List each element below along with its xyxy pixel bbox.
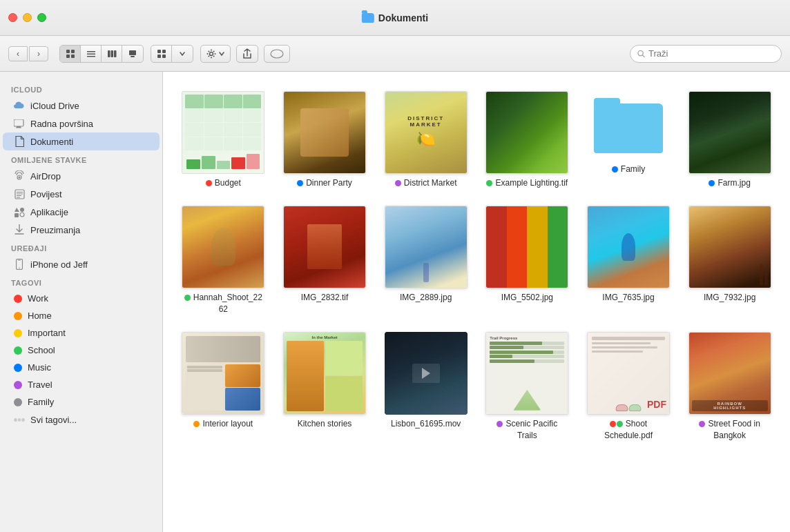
svg-line-27 bbox=[642, 55, 644, 57]
svg-rect-12 bbox=[157, 50, 161, 53]
desktop-icon bbox=[14, 118, 25, 129]
music-tag-dot bbox=[14, 364, 22, 372]
sidebar-item-school[interactable]: School bbox=[3, 342, 160, 359]
view-columns-button[interactable] bbox=[102, 46, 122, 62]
sidebar-item-music[interactable]: Music bbox=[3, 359, 160, 376]
chevron-down-icon bbox=[180, 51, 185, 57]
svg-point-43 bbox=[19, 268, 20, 269]
file-thumb-street-food: RAINBOWHIGHLIGHTS bbox=[688, 332, 771, 415]
sidebar-item-povijest[interactable]: Povijest bbox=[3, 185, 160, 203]
file-item-farm[interactable]: Farm.jpg bbox=[680, 86, 779, 195]
forward-button[interactable]: › bbox=[29, 46, 48, 61]
svg-rect-4 bbox=[87, 51, 95, 52]
sidebar-item-family[interactable]: Family bbox=[3, 393, 160, 411]
sidebar-item-iphone[interactable]: iPhone od Jeff bbox=[3, 255, 160, 273]
file-item-example-lighting[interactable]: Example Lighting.tif bbox=[478, 86, 577, 195]
sidebar-item-home[interactable]: Home bbox=[3, 307, 160, 324]
file-item-lisbon-mov[interactable]: Lisbon_61695.mov bbox=[376, 326, 475, 447]
documents-icon bbox=[14, 136, 25, 147]
file-item-district-market[interactable]: DISTRICTMARKET 🍋 District Market bbox=[376, 86, 475, 195]
search-bar[interactable] bbox=[630, 45, 782, 63]
svg-rect-9 bbox=[114, 50, 117, 57]
tag-button[interactable] bbox=[264, 45, 290, 63]
file-item-street-food[interactable]: RAINBOWHIGHLIGHTS Street Food in Bangkok bbox=[680, 326, 779, 447]
file-label-img5502: IMG_5502.jpg bbox=[501, 293, 553, 304]
sidebar-item-important[interactable]: Important bbox=[3, 324, 160, 342]
scenic-tag bbox=[497, 421, 503, 427]
sidebar-label-music: Music bbox=[28, 362, 51, 373]
view-cover-button[interactable] bbox=[122, 46, 143, 62]
sidebar-item-dokumenti[interactable]: Dokumenti bbox=[3, 132, 160, 150]
sidebar-item-aplikacije[interactable]: Aplikacije bbox=[3, 203, 160, 221]
sidebar-item-preuzimanja[interactable]: Preuzimanja bbox=[3, 221, 160, 239]
file-item-family-folder[interactable]: Family bbox=[579, 86, 678, 195]
sidebar-item-icloud-drive[interactable]: iCloud Drive bbox=[3, 97, 160, 115]
sidebar-item-travel[interactable]: Travel bbox=[3, 376, 160, 393]
svg-rect-1 bbox=[71, 50, 75, 53]
grid-size-button-group bbox=[151, 45, 193, 63]
minimize-button[interactable] bbox=[23, 13, 32, 22]
svg-rect-0 bbox=[66, 50, 70, 53]
sidebar-item-work[interactable]: Work bbox=[3, 290, 160, 307]
svg-point-25 bbox=[271, 50, 283, 58]
file-item-img2889[interactable]: IMG_2889.jpg bbox=[376, 200, 475, 321]
view-icon-button[interactable] bbox=[60, 46, 81, 62]
svg-point-16 bbox=[210, 52, 213, 55]
file-thumb-shoot-schedule: PDF bbox=[587, 332, 670, 415]
svg-rect-6 bbox=[87, 56, 95, 57]
sidebar-label-povijest: Povijest bbox=[30, 189, 62, 199]
back-button[interactable]: ‹ bbox=[8, 46, 28, 61]
sidebar-label-preuzimanja: Preuzimanja bbox=[30, 225, 80, 235]
file-item-budget[interactable]: Budget bbox=[174, 86, 273, 195]
svg-rect-28 bbox=[14, 119, 23, 126]
file-thumb-img7932 bbox=[688, 206, 771, 288]
file-item-scenic-pacific[interactable]: Trail Progress bbox=[478, 326, 577, 447]
file-item-kitchen-stories[interactable]: In the Market Kitchen stories bbox=[276, 326, 374, 447]
search-input[interactable] bbox=[648, 48, 774, 59]
file-thumb-dinner-party bbox=[283, 91, 366, 174]
svg-point-21 bbox=[208, 50, 209, 52]
settings-button[interactable] bbox=[200, 45, 231, 63]
file-item-img7635[interactable]: IMG_7635.jpg bbox=[579, 200, 678, 321]
sidebar-item-airdrop[interactable]: AirDrop bbox=[3, 167, 160, 185]
file-item-img2832[interactable]: IMG_2832.tif bbox=[276, 200, 374, 321]
file-label-street-food: Street Food in Bangkok bbox=[699, 419, 760, 442]
file-thumb-scenic-pacific: Trail Progress bbox=[485, 332, 568, 415]
view-list-button[interactable] bbox=[81, 46, 102, 62]
share-button[interactable] bbox=[236, 45, 258, 63]
svg-rect-39 bbox=[15, 213, 19, 217]
file-label-kitchen-stories: Kitchen stories bbox=[298, 419, 352, 430]
file-thumb-img5502 bbox=[485, 206, 568, 288]
sidebar-item-radna-povrsina[interactable]: Radna površina bbox=[3, 115, 160, 132]
back-icon: ‹ bbox=[17, 49, 19, 59]
file-item-img7932[interactable]: IMG_7932.jpg bbox=[680, 200, 779, 321]
svg-rect-2 bbox=[66, 55, 70, 58]
files-grid: Budget Dinner Party bbox=[174, 86, 779, 447]
file-item-hannah-shoot[interactable]: Hannah_Shoot_22 62 bbox=[174, 200, 273, 321]
close-button[interactable] bbox=[8, 13, 17, 22]
main-area: iCloud iCloud Drive Radna površina Dokum… bbox=[0, 72, 790, 532]
file-thumb-example-lighting bbox=[485, 91, 568, 174]
shoot-two-tags bbox=[610, 421, 623, 427]
file-item-shoot-schedule[interactable]: PDF Shoot Sched bbox=[579, 326, 678, 447]
sidebar-item-all-tags[interactable]: Svi tagovi... bbox=[3, 411, 160, 428]
example-lighting-tag bbox=[486, 180, 492, 186]
district-market-tag bbox=[395, 180, 401, 186]
sidebar-label-home: Home bbox=[28, 311, 52, 321]
downloads-icon bbox=[14, 224, 25, 235]
file-label-example-lighting: Example Lighting.tif bbox=[486, 178, 568, 189]
grid-view-icon bbox=[66, 49, 75, 59]
file-label-farm: Farm.jpg bbox=[709, 178, 750, 189]
file-item-interior-layout[interactable]: Interior layout bbox=[174, 326, 273, 447]
file-item-img5502[interactable]: IMG_5502.jpg bbox=[478, 200, 577, 321]
file-item-dinner-party[interactable]: Dinner Party bbox=[276, 86, 374, 195]
hannah-tag bbox=[184, 295, 191, 301]
file-label-lisbon-mov: Lisbon_61695.mov bbox=[391, 419, 461, 430]
airdrop-icon bbox=[14, 170, 25, 181]
svg-rect-8 bbox=[110, 50, 113, 57]
file-thumb-kitchen-stories: In the Market bbox=[283, 332, 366, 415]
maximize-button[interactable] bbox=[37, 13, 46, 22]
grid-view-button[interactable] bbox=[151, 46, 172, 62]
file-label-shoot-schedule: Shoot Schedule.pdf bbox=[604, 419, 653, 442]
grid-dropdown-button[interactable] bbox=[172, 46, 193, 62]
